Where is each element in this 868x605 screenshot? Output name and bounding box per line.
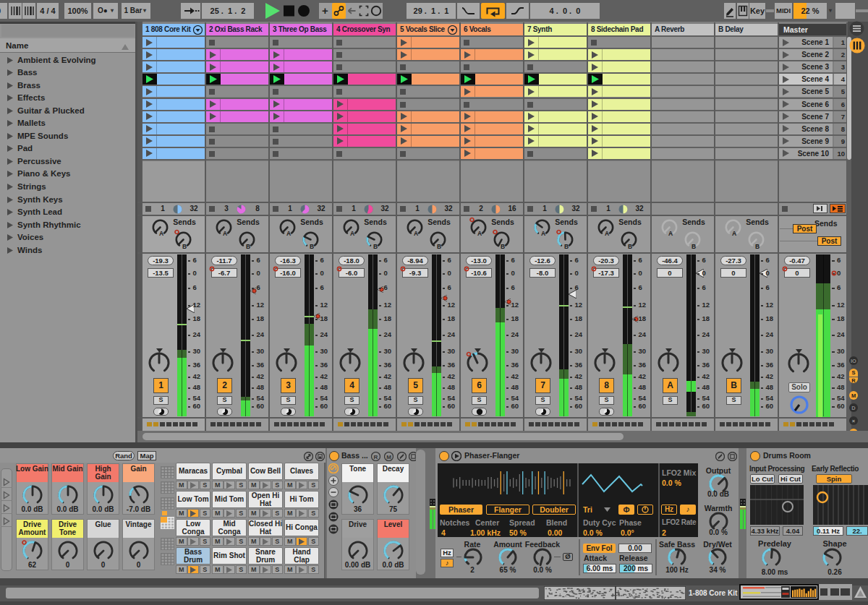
svg-text:IO: IO — [851, 358, 856, 364]
svg-text:D: D — [851, 405, 856, 411]
svg-text:M: M — [851, 392, 856, 399]
svg-text:R: R — [374, 454, 378, 460]
svg-text:×: × — [852, 418, 856, 424]
svg-text:M: M — [386, 454, 391, 460]
